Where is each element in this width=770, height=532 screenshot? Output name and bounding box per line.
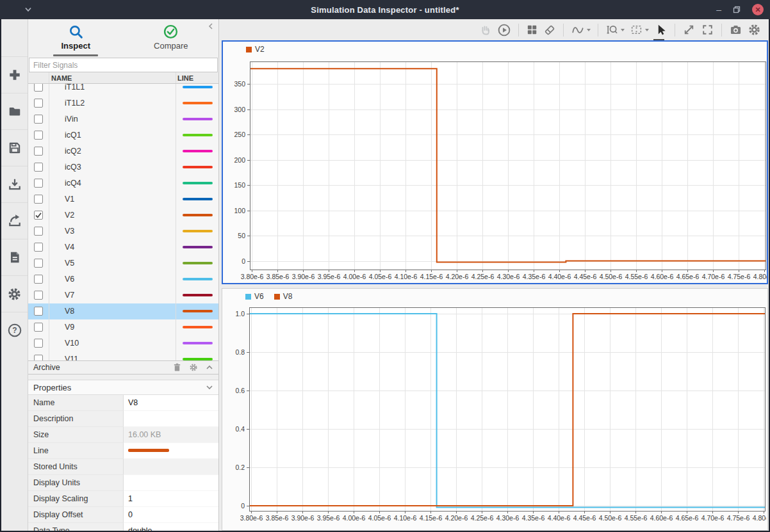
signal-checkbox[interactable] (34, 211, 43, 220)
signal-line-swatch[interactable] (183, 358, 213, 360)
save-button[interactable] (1, 129, 28, 166)
signal-row[interactable]: icQ2 (28, 143, 218, 159)
signal-row[interactable]: iT1L1 (28, 84, 218, 95)
export-button[interactable] (1, 202, 28, 239)
close-button[interactable]: ✕ (752, 4, 764, 15)
pan-button[interactable] (479, 22, 492, 38)
signal-line-swatch[interactable] (183, 198, 213, 200)
help-button[interactable]: ? (1, 312, 28, 348)
archive-collapse-chevron-icon[interactable] (206, 364, 213, 371)
restore-button[interactable] (733, 6, 741, 13)
signal-wave-button[interactable] (571, 22, 591, 38)
signal-line-swatch[interactable] (183, 102, 213, 104)
signal-checkbox[interactable] (34, 291, 43, 300)
window-menu-chevron-icon[interactable] (23, 6, 33, 13)
signal-line-swatch[interactable] (183, 342, 213, 344)
filter-signals-input[interactable] (29, 58, 218, 72)
signal-checkbox[interactable] (34, 163, 43, 172)
properties-expand-chevron-icon[interactable] (206, 384, 213, 391)
archive-bar[interactable]: Archive (28, 360, 218, 375)
signal-checkbox[interactable] (34, 195, 43, 204)
signal-row[interactable]: V10 (28, 335, 218, 351)
collapse-panel-icon[interactable] (207, 22, 215, 30)
signal-checkbox[interactable] (34, 243, 43, 252)
signal-checkbox[interactable] (34, 275, 43, 284)
subplot-2[interactable]: V6V8 3.80e-63.85e-63.90e-63.95e-64.00e-6… (222, 288, 768, 531)
signal-line-swatch[interactable] (183, 182, 213, 184)
signal-row[interactable]: V8 (28, 303, 218, 319)
signal-row[interactable]: icQ4 (28, 175, 218, 191)
fullscreen-button[interactable] (701, 22, 714, 38)
signal-checkbox[interactable] (34, 259, 43, 268)
plot-settings-button[interactable] (748, 22, 761, 38)
property-value[interactable] (124, 475, 218, 491)
signal-row[interactable]: icQ3 (28, 159, 218, 175)
signal-row[interactable]: V7 (28, 287, 218, 303)
signal-line-swatch[interactable] (183, 118, 213, 120)
signal-line-swatch[interactable] (183, 310, 213, 312)
property-value[interactable]: 16.00 KB (124, 427, 218, 443)
signal-line-swatch[interactable] (183, 166, 213, 168)
snapshot-button[interactable] (729, 22, 742, 38)
signal-line-swatch[interactable] (183, 294, 213, 296)
signal-row[interactable]: V11 (28, 351, 218, 360)
line-style-swatch[interactable] (128, 449, 169, 452)
subplot-layout-button[interactable] (526, 22, 538, 38)
property-value[interactable] (124, 459, 218, 475)
property-value[interactable]: double (124, 523, 218, 531)
subplot-1-plot[interactable]: 3.80e-63.85e-63.90e-63.95e-64.00e-64.05e… (223, 42, 767, 283)
property-value[interactable]: 1 (124, 491, 218, 507)
signal-row[interactable]: icQ1 (28, 127, 218, 143)
zoom-in-time-button[interactable] (605, 22, 625, 38)
preferences-button[interactable] (1, 275, 28, 312)
signal-checkbox[interactable] (34, 147, 43, 156)
signal-checkbox[interactable] (34, 307, 43, 316)
minimize-button[interactable]: – (716, 6, 721, 13)
signal-checkbox[interactable] (34, 323, 43, 332)
fit-to-view-button[interactable] (682, 22, 696, 38)
signal-row[interactable]: V9 (28, 319, 218, 335)
subplot-2-plot[interactable]: 3.80e-63.85e-63.90e-63.95e-64.00e-64.05e… (222, 289, 766, 530)
new-button[interactable] (1, 56, 28, 93)
properties-header[interactable]: Properties (28, 380, 218, 395)
signal-line-swatch[interactable] (183, 86, 213, 88)
zoom-in-xy-button[interactable] (630, 22, 649, 38)
signal-line-swatch[interactable] (183, 134, 213, 136)
archive-gear-icon[interactable] (189, 363, 198, 372)
property-value[interactable]: 0 (124, 507, 218, 523)
signal-row[interactable]: V3 (28, 223, 218, 239)
signal-line-swatch[interactable] (183, 230, 213, 232)
signal-line-swatch[interactable] (183, 262, 213, 264)
signal-checkbox[interactable] (34, 179, 43, 188)
signal-line-swatch[interactable] (183, 214, 213, 216)
signal-row[interactable]: V6 (28, 271, 218, 287)
signal-row[interactable]: iT1L2 (28, 95, 218, 111)
signal-line-swatch[interactable] (183, 326, 213, 328)
pointer-button[interactable] (654, 22, 668, 38)
subplot-1[interactable]: V2 3.80e-63.85e-63.90e-63.95e-64.00e-64.… (222, 40, 768, 284)
tab-inspect[interactable]: Inspect (28, 19, 124, 58)
signal-checkbox[interactable] (34, 355, 43, 360)
replay-button[interactable] (497, 22, 511, 38)
signal-checkbox[interactable] (34, 227, 43, 236)
signal-line-swatch[interactable] (183, 150, 213, 152)
clear-subplots-button[interactable] (543, 22, 556, 38)
signal-checkbox[interactable] (34, 99, 43, 108)
create-report-button[interactable] (1, 239, 28, 275)
signal-checkbox[interactable] (34, 131, 43, 140)
signal-line-swatch[interactable] (183, 278, 213, 280)
open-button[interactable] (1, 93, 28, 129)
signal-row[interactable]: V5 (28, 255, 218, 271)
trash-icon[interactable] (173, 363, 181, 372)
signal-row[interactable]: V4 (28, 239, 218, 255)
import-button[interactable] (1, 166, 28, 202)
signal-checkbox[interactable] (34, 115, 43, 124)
signal-checkbox[interactable] (34, 339, 43, 348)
property-value[interactable] (124, 443, 218, 459)
signal-row[interactable]: V1 (28, 191, 218, 207)
property-value[interactable]: V8 (124, 395, 218, 411)
signal-checkbox[interactable] (34, 84, 43, 92)
tab-compare[interactable]: Compare (124, 19, 219, 58)
signal-row[interactable]: V2 (28, 207, 218, 223)
property-value[interactable] (124, 411, 218, 427)
